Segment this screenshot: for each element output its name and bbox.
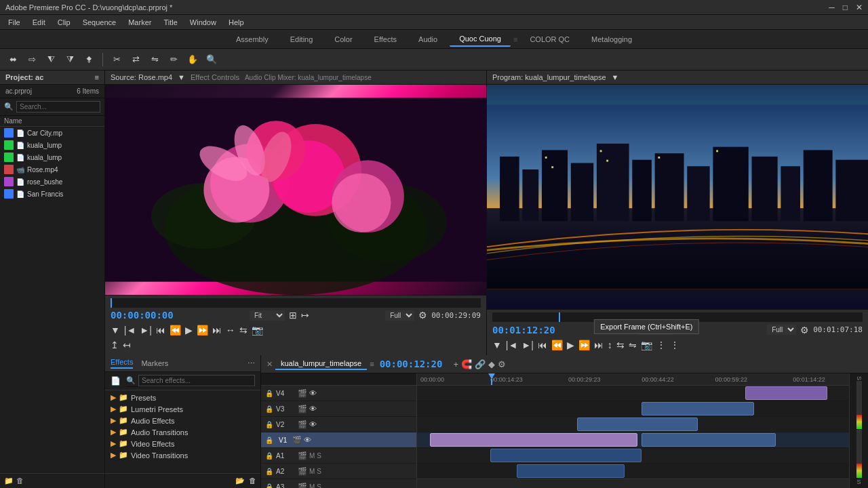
program-fit-select[interactable]: Fit 25% 50% 100%: [638, 325, 673, 335]
timeline-linked[interactable]: 🔗: [475, 359, 486, 369]
source-mark-in[interactable]: ▼: [111, 325, 120, 336]
source-rewind[interactable]: ⏪: [170, 325, 181, 336]
source-grid-btn[interactable]: ⊞: [289, 310, 297, 321]
v4-lock[interactable]: 🔒: [265, 390, 273, 397]
maximize-button[interactable]: □: [843, 3, 848, 12]
program-settings-btn[interactable]: ⚙: [800, 325, 809, 336]
v3-film-icon[interactable]: 🎬: [298, 405, 307, 413]
ws-editing[interactable]: Editing: [281, 33, 323, 46]
program-prev-edit[interactable]: ⏮: [538, 340, 547, 350]
a2-film-icon[interactable]: 🎬: [298, 467, 307, 476]
project-item-san-francisco[interactable]: 📄 San Francis: [0, 188, 104, 200]
menu-sequence[interactable]: Sequence: [77, 17, 122, 28]
a1-s[interactable]: S: [317, 452, 321, 460]
v4-film-icon[interactable]: 🎬: [298, 389, 307, 398]
effects-video-transitions[interactable]: ▶ 📁 Video Transitions: [105, 449, 260, 461]
program-compare-btn[interactable]: ⧉: [677, 324, 684, 336]
v2-film-icon[interactable]: 🎬: [298, 420, 307, 429]
v1-badge[interactable]: V1: [276, 436, 290, 445]
program-timecode[interactable]: 00:01:12:20: [492, 325, 555, 336]
program-more2[interactable]: ⋮: [670, 340, 679, 350]
v1-eye-icon[interactable]: 👁: [304, 436, 311, 444]
program-timeline-bar[interactable]: [492, 312, 863, 322]
ws-audio[interactable]: Audio: [409, 33, 447, 46]
project-item-rose-bush[interactable]: 📄 rose_bushe: [0, 176, 104, 188]
source-fit-select[interactable]: Fit 25% 50% 100%: [250, 310, 285, 321]
effect-controls-tab[interactable]: Effect Controls: [191, 73, 239, 81]
a3-film-icon[interactable]: 🎬: [298, 483, 307, 489]
project-search-input[interactable]: [16, 101, 100, 113]
a1-lock[interactable]: 🔒: [265, 452, 273, 460]
hand-tool[interactable]: ✋: [185, 52, 200, 67]
timeline-tab-menu[interactable]: ≡: [370, 360, 374, 368]
ws-metalogging[interactable]: Metalogging: [582, 33, 642, 46]
v2-lock[interactable]: 🔒: [265, 421, 273, 428]
effects-new-btn[interactable]: 📄: [111, 376, 121, 386]
delete-button[interactable]: 🗑: [16, 476, 24, 485]
v2-eye-icon[interactable]: 👁: [309, 420, 317, 428]
a1-film-icon[interactable]: 🎬: [298, 451, 307, 460]
source-step-back[interactable]: |◄: [124, 325, 136, 336]
ws-color-qc[interactable]: COLOR QC: [520, 33, 579, 46]
effects-tab[interactable]: Effects: [111, 358, 133, 369]
source-lift[interactable]: ↥: [111, 340, 119, 350]
program-extract[interactable]: ⇆: [616, 340, 625, 350]
program-next-edit[interactable]: ⏭: [594, 340, 604, 350]
v4-eye-icon[interactable]: 👁: [309, 389, 317, 397]
effects-presets[interactable]: ▶ 📁 Presets: [105, 392, 260, 403]
markers-tab[interactable]: Markers: [141, 359, 168, 367]
pen-tool[interactable]: ✏: [166, 52, 181, 67]
zoom-tool[interactable]: 🔍: [204, 52, 219, 67]
rolling-edit-tool[interactable]: ⧩: [62, 52, 77, 67]
ripple-edit-tool[interactable]: ⧨: [43, 52, 58, 67]
program-monitor-menu[interactable]: ▼: [612, 73, 619, 81]
effects-new-folder-icon[interactable]: 📂: [235, 476, 245, 485]
program-trim[interactable]: ⇋: [629, 340, 637, 350]
menu-file[interactable]: File: [3, 17, 26, 28]
program-ffwd[interactable]: ⏩: [578, 340, 590, 350]
program-more1[interactable]: ⋮: [656, 340, 666, 350]
timeline-add-track[interactable]: +: [453, 359, 458, 369]
effects-delete-icon[interactable]: 🗑: [249, 476, 256, 485]
project-item-kuala1[interactable]: 📄 kuala_lump: [0, 139, 104, 151]
clip-v1-2[interactable]: [642, 433, 775, 447]
program-quality-select[interactable]: Full 1/2 1/4: [767, 325, 796, 335]
source-timeline-bar[interactable]: [111, 298, 481, 308]
effects-search-input[interactable]: [138, 375, 255, 386]
a2-s[interactable]: S: [317, 468, 321, 475]
v3-lock[interactable]: 🔒: [265, 405, 273, 413]
menu-clip[interactable]: Clip: [52, 17, 76, 28]
timeline-timecode[interactable]: 00:00:12:20: [380, 359, 443, 369]
timeline-sequence-tab[interactable]: kuala_lumpur_timelapse: [275, 358, 367, 370]
ws-quoc-cuong[interactable]: Quoc Cuong: [450, 32, 511, 47]
clip-a2-1[interactable]: [517, 464, 625, 478]
clip-v1-1[interactable]: [430, 433, 637, 447]
menu-title[interactable]: Title: [158, 17, 182, 28]
effects-audio-transitions[interactable]: ▶ 📁 Audio Transitions: [105, 426, 260, 438]
program-lift[interactable]: ↕: [608, 340, 612, 350]
project-item-car-city[interactable]: 📄 Car City.mp: [0, 127, 104, 139]
source-settings-btn[interactable]: ⚙: [418, 310, 427, 321]
a2-m[interactable]: M: [309, 468, 315, 475]
source-monitor-menu[interactable]: ▼: [178, 73, 185, 81]
minimize-button[interactable]: ─: [829, 3, 835, 12]
a1-m[interactable]: M: [309, 452, 315, 460]
ws-assembly[interactable]: Assembly: [226, 33, 278, 46]
select-tool[interactable]: ⬌: [5, 52, 20, 67]
effects-video-effects[interactable]: ▶ 📁 Video Effects: [105, 438, 260, 449]
source-out-btn[interactable]: ↦: [301, 310, 309, 321]
a2-lock[interactable]: 🔒: [265, 468, 273, 475]
source-camera[interactable]: 📷: [252, 325, 263, 336]
clip-v4-1[interactable]: [745, 386, 827, 400]
timeline-settings[interactable]: ⚙: [498, 359, 506, 369]
timeline-scrollbar[interactable]: [417, 479, 849, 488]
source-extract[interactable]: ↤: [123, 340, 131, 350]
clip-a1-1[interactable]: [490, 449, 642, 462]
close-button[interactable]: ✕: [856, 3, 863, 12]
a3-m[interactable]: M: [309, 483, 315, 489]
ws-color[interactable]: Color: [325, 33, 361, 46]
timeline-snap[interactable]: 🧲: [461, 359, 472, 369]
slide-tool[interactable]: ⇋: [147, 52, 162, 67]
effects-lumetri-presets[interactable]: ▶ 📁 Lumetri Presets: [105, 403, 260, 415]
program-step-fwd[interactable]: ►|: [521, 340, 534, 350]
